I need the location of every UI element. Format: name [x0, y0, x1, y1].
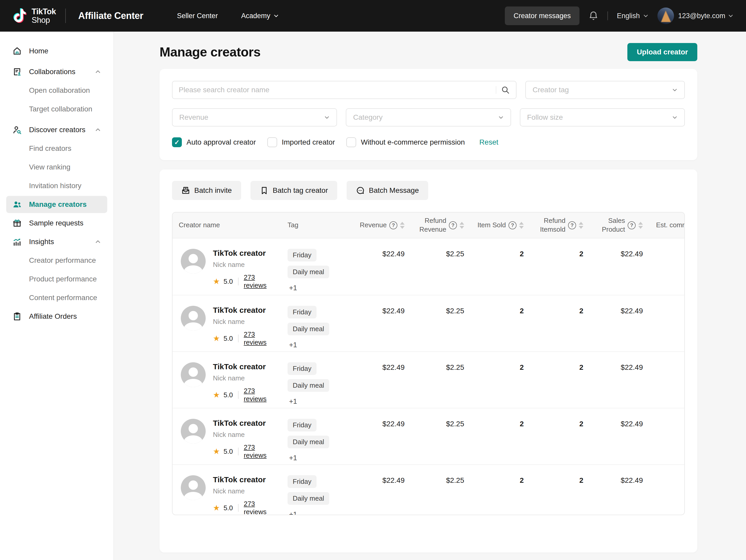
column-header-revenue[interactable]: Revenue?	[343, 213, 411, 238]
sales-product-value: $22.49	[590, 239, 649, 295]
sort-icon[interactable]	[519, 222, 524, 229]
est-commission-value	[649, 296, 685, 352]
tag-cell: FridayDaily meal+1	[281, 352, 343, 408]
creator-rating: 5.0	[224, 504, 233, 512]
top-bar: TikTok Shop Affiliate Center Seller Cent…	[0, 0, 746, 32]
column-header-refund-itemsold[interactable]: Refund Itemsold?	[530, 213, 590, 238]
account-menu[interactable]: 123@byte.com	[657, 7, 734, 24]
more-tags[interactable]: +1	[288, 454, 297, 462]
sort-icon[interactable]	[579, 222, 583, 229]
creator-name[interactable]: TikTok creator	[213, 419, 277, 427]
creator-name[interactable]: TikTok creator	[213, 249, 277, 258]
checkbox-unchecked-icon[interactable]	[267, 137, 277, 147]
sort-icon[interactable]	[400, 222, 405, 229]
sidebar-item-manage-creators[interactable]: Manage creators	[6, 196, 107, 213]
more-tags[interactable]: +1	[288, 341, 297, 349]
checkbox-without-e-commerce-permission[interactable]: Without e-commerce permission	[346, 137, 465, 147]
creator-name[interactable]: TikTok creator	[213, 306, 277, 315]
upload-creator-button[interactable]: Upload creator	[627, 43, 697, 61]
sidebar-item-view-ranking[interactable]: View ranking	[6, 159, 107, 176]
creator-avatar[interactable]	[181, 362, 206, 387]
checkbox-unchecked-icon[interactable]	[346, 137, 356, 147]
sidebar-item-find-creators[interactable]: Find creators	[6, 140, 107, 157]
more-tags[interactable]: +1	[288, 284, 297, 292]
creator-avatar[interactable]	[181, 306, 206, 331]
checkbox-imported-creator[interactable]: Imported creator	[267, 137, 335, 147]
sidebar-item-sample-requests[interactable]: Sample requests	[6, 215, 107, 232]
reviews-link[interactable]: 273 reviews	[244, 443, 277, 459]
more-tags[interactable]: +1	[288, 510, 297, 515]
table-row[interactable]: TikTok creator Nick name ★ 5.0 273 revie…	[173, 295, 684, 352]
follow-size-select[interactable]: Follow size	[520, 108, 685, 127]
sidebar-item-affiliate-orders[interactable]: Affiliate Orders	[6, 308, 107, 325]
sidebar-item-collaborations[interactable]: Collaborations	[6, 63, 107, 80]
column-header-sales-product[interactable]: Sales Product?	[590, 213, 649, 238]
column-header-refund-revenue[interactable]: Refund Revenue?	[411, 213, 470, 238]
search-icon[interactable]	[501, 85, 510, 94]
nav-seller-center[interactable]: Seller Center	[177, 12, 218, 20]
creator-messages-button[interactable]: Creator messages	[505, 6, 580, 25]
item-sold-value: 2	[470, 296, 530, 352]
more-tags[interactable]: +1	[288, 397, 297, 405]
reset-filters-link[interactable]: Reset	[480, 138, 498, 146]
creator-name[interactable]: TikTok creator	[213, 362, 277, 371]
column-label: Sales Product	[596, 216, 625, 234]
category-select[interactable]: Category	[346, 108, 511, 127]
sidebar-item-discover-creators[interactable]: Discover creators	[6, 121, 107, 138]
batch-invite-button[interactable]: Batch invite	[172, 181, 241, 200]
sort-icon[interactable]	[460, 222, 464, 229]
logo-text: TikTok Shop	[32, 7, 56, 25]
top-nav: Seller Center Academy	[177, 12, 279, 20]
checkbox-auto-approval-creator[interactable]: ✓Auto approval creator	[172, 137, 256, 147]
help-icon[interactable]: ?	[628, 221, 636, 229]
creator-name[interactable]: TikTok creator	[213, 475, 277, 484]
column-label: Est. commission	[656, 221, 685, 230]
creator-nickname: Nick name	[213, 318, 277, 326]
revenue-value: $22.49	[343, 352, 411, 408]
nav-academy[interactable]: Academy	[241, 12, 279, 20]
reviews-link[interactable]: 273 reviews	[244, 330, 277, 346]
table-row[interactable]: TikTok creator Nick name ★ 5.0 273 revie…	[173, 408, 684, 465]
topbar-right-divider	[607, 11, 608, 20]
notification-bell-icon[interactable]	[588, 10, 599, 22]
reviews-link[interactable]: 273 reviews	[244, 273, 277, 289]
language-selector[interactable]: English	[617, 12, 649, 20]
column-header-item-sold[interactable]: Item Sold?	[470, 213, 530, 238]
column-label: Item Sold	[478, 221, 506, 230]
est-commission-value	[649, 352, 685, 408]
batch-message-button[interactable]: Batch Message	[347, 181, 428, 200]
help-icon[interactable]: ?	[389, 221, 397, 229]
creator-nickname: Nick name	[213, 261, 277, 269]
main-content: Manage creators Upload creator Creator t…	[114, 32, 746, 553]
help-icon[interactable]: ?	[509, 221, 517, 229]
creator-tag-select[interactable]: Creator tag	[525, 81, 685, 99]
sales-product-value: $22.49	[590, 409, 649, 465]
sort-icon[interactable]	[638, 222, 643, 229]
reviews-link[interactable]: 273 reviews	[244, 387, 277, 403]
help-icon[interactable]: ?	[568, 221, 576, 229]
table-row[interactable]: TikTok creator Nick name ★ 5.0 273 revie…	[173, 239, 684, 295]
creator-avatar[interactable]	[181, 419, 206, 444]
refund-revenue-value: $2.25	[411, 239, 470, 295]
sidebar-item-content-performance[interactable]: Content performance	[6, 289, 107, 306]
tiktok-shop-logo[interactable]: TikTok Shop	[12, 7, 56, 25]
reviews-link[interactable]: 273 reviews	[244, 500, 277, 515]
sidebar-item-product-performance[interactable]: Product performance	[6, 271, 107, 288]
sales-product-value: $22.49	[590, 352, 649, 408]
table-row[interactable]: TikTok creator Nick name ★ 5.0 273 revie…	[173, 465, 684, 515]
search-input[interactable]	[179, 86, 496, 94]
revenue-select[interactable]: Revenue	[172, 108, 337, 127]
sidebar-item-creator-performance[interactable]: Creator performance	[6, 252, 107, 269]
checkbox-checked-icon[interactable]: ✓	[172, 137, 182, 147]
table-row[interactable]: TikTok creator Nick name ★ 5.0 273 revie…	[173, 352, 684, 408]
sidebar-item-invitation-history[interactable]: Invitation history	[6, 177, 107, 194]
sidebar-item-target-collaboration[interactable]: Target collaboration	[6, 101, 107, 118]
refund-itemsold-value: 2	[530, 296, 590, 352]
creator-avatar[interactable]	[181, 475, 206, 500]
creator-avatar[interactable]	[181, 249, 206, 274]
batch-tag-creator-button[interactable]: Batch tag creator	[251, 181, 337, 200]
sidebar-item-home[interactable]: Home	[6, 43, 107, 60]
sidebar-item-insights[interactable]: Insights	[6, 233, 107, 250]
sidebar-item-open-collaboration[interactable]: Open collaboration	[6, 82, 107, 99]
help-icon[interactable]: ?	[449, 221, 457, 229]
